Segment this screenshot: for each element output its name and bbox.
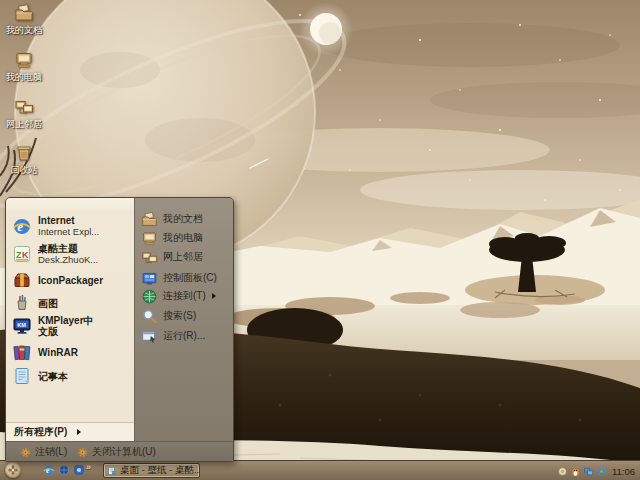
desktop-icon-label: 我的电脑	[0, 72, 48, 82]
desktop-icon-network-places[interactable]: 网上邻居	[0, 97, 48, 129]
system-tray: 11:06	[557, 463, 638, 479]
recycle-bin-icon	[14, 143, 34, 163]
update-tray-icon[interactable]	[596, 466, 607, 477]
network-status-icon[interactable]	[583, 466, 594, 477]
kmplayer-icon	[12, 316, 32, 336]
start-menu-left-panel: Internet Internet Expl... 桌酷主题 Desk.Zhuo…	[6, 198, 134, 422]
menu-item-title: KMPlayer中文版	[38, 315, 100, 337]
paint-icon	[12, 293, 32, 313]
task-button-label: 桌面 - 壁纸 - 桌酷...	[120, 464, 199, 477]
menu-item-subtitle: Internet Expl...	[38, 226, 99, 237]
desktop-icon-my-documents[interactable]: 我的文档	[0, 3, 48, 35]
menu-item-title: Internet	[38, 215, 99, 226]
ie-page-icon	[107, 466, 117, 476]
turn-off-computer-button[interactable]: 关闭计算机(U)	[76, 444, 156, 460]
start-menu-item-my-computer[interactable]: 我的电脑	[141, 229, 231, 247]
turn-off-gear-icon	[76, 446, 89, 459]
start-menu-item-internet[interactable]: Internet Internet Expl...	[12, 212, 132, 240]
menu-item-label: 运行(R)...	[163, 329, 205, 343]
start-menu-bottom-band: 注销(L) 关闭计算机(U)	[6, 441, 233, 461]
desktop-icon-label: 网上邻居	[0, 119, 48, 129]
menu-item-label: 控制面板(C)	[163, 271, 217, 285]
my-computer-icon	[141, 230, 158, 247]
desktop-icon-label: 我的文档	[0, 25, 48, 35]
taskbar-clock: 11:06	[612, 466, 635, 477]
start-menu: Internet Internet Expl... 桌酷主题 Desk.Zhuo…	[5, 197, 234, 462]
menu-item-title: 记事本	[38, 371, 68, 382]
taskbar: » 桌面 - 壁纸 - 桌酷... 11:06	[0, 460, 640, 480]
control-panel-icon	[141, 270, 158, 287]
menu-item-label: 连接到(T)	[163, 289, 206, 303]
start-menu-item-run[interactable]: 运行(R)...	[141, 327, 231, 345]
start-menu-right-panel: 我的文档 我的电脑 网上邻居 控制面板(C) 连接到(T) 搜索(S) 运行(R…	[134, 198, 233, 441]
notepad-icon	[12, 366, 32, 386]
browser-globe-icon[interactable]	[58, 464, 70, 476]
theme-tray-icon[interactable]	[557, 466, 568, 477]
all-programs-label: 所有程序(P)	[14, 425, 67, 439]
log-off-button[interactable]: 注销(L)	[19, 444, 67, 460]
my-computer-icon	[14, 50, 34, 70]
internet-explorer-icon[interactable]	[43, 464, 55, 476]
start-menu-item-iconpackager[interactable]: IconPackager	[12, 268, 132, 292]
start-menu-item-network-places[interactable]: 网上邻居	[141, 248, 231, 266]
network-places-icon	[14, 97, 34, 117]
start-orb-flower-icon	[7, 464, 19, 476]
run-icon	[141, 328, 158, 345]
task-button-desktop-wallpaper[interactable]: 桌面 - 壁纸 - 桌酷...	[103, 463, 200, 478]
blue-app-icon[interactable]	[73, 464, 85, 476]
qq-icon[interactable]	[570, 466, 581, 477]
start-menu-item-winrar[interactable]: WinRAR	[12, 340, 132, 364]
all-programs-button[interactable]: 所有程序(P)	[6, 422, 134, 441]
my-documents-icon	[14, 3, 34, 23]
start-menu-item-search[interactable]: 搜索(S)	[141, 307, 231, 325]
log-off-label: 注销(L)	[35, 445, 67, 459]
search-icon	[141, 308, 158, 325]
desktop-icon-recycle-bin[interactable]: 回收站	[0, 143, 48, 175]
desktop-icon-label: 回收站	[0, 165, 48, 175]
connect-to-icon	[141, 288, 158, 305]
menu-item-title: IconPackager	[38, 275, 103, 286]
winrar-icon	[12, 342, 32, 362]
menu-item-title: 画图	[38, 298, 58, 309]
desktop-icon-my-computer[interactable]: 我的电脑	[0, 50, 48, 82]
start-menu-item-kmplayer[interactable]: KMPlayer中文版	[12, 312, 132, 340]
network-places-icon	[141, 249, 158, 266]
menu-item-subtitle: Desk.ZhuoK...	[38, 254, 98, 265]
all-programs-arrow-icon	[77, 429, 81, 435]
start-menu-item-control-panel[interactable]: 控制面板(C)	[141, 269, 231, 287]
quick-launch-bar	[43, 464, 85, 476]
internet-explorer-icon	[12, 216, 32, 236]
icon-packager-icon	[12, 270, 32, 290]
quick-launch-overflow-chevron[interactable]: »	[86, 462, 91, 472]
start-menu-item-zhuoku-theme[interactable]: 桌酷主题 Desk.ZhuoK...	[12, 240, 132, 268]
start-menu-item-notepad[interactable]: 记事本	[12, 364, 132, 388]
turn-off-label: 关闭计算机(U)	[92, 445, 156, 459]
zhuoku-theme-icon	[12, 244, 32, 264]
submenu-arrow-icon	[212, 293, 216, 299]
menu-item-title: 桌酷主题	[38, 243, 98, 254]
my-documents-icon	[141, 211, 158, 228]
menu-item-label: 网上邻居	[163, 250, 203, 264]
start-button[interactable]	[5, 462, 21, 478]
log-off-gear-icon	[19, 446, 32, 459]
menu-item-title: WinRAR	[38, 347, 78, 358]
menu-item-label: 我的电脑	[163, 231, 203, 245]
start-menu-item-connect-to[interactable]: 连接到(T)	[141, 287, 231, 305]
menu-item-label: 搜索(S)	[163, 309, 196, 323]
menu-item-label: 我的文档	[163, 212, 203, 226]
start-menu-item-my-documents[interactable]: 我的文档	[141, 210, 231, 228]
